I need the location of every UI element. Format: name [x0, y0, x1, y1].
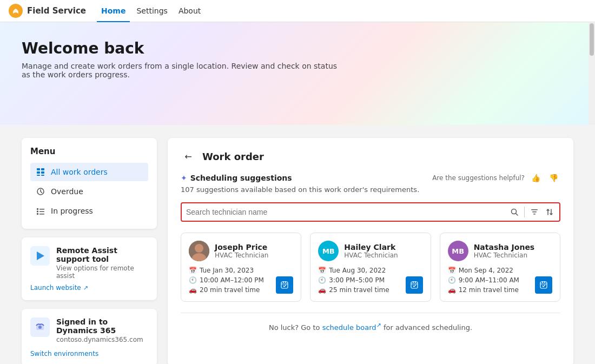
search-icons — [509, 207, 555, 217]
remote-assist-desc: View options for remote assist — [56, 264, 148, 280]
nav-links: Home Settings About — [97, 0, 205, 22]
hailey-clark-role: HVAC Technician — [344, 252, 398, 259]
dynamics-domain: contoso.dynamics365.com — [56, 336, 148, 343]
main-content: Menu All work orders — [0, 125, 595, 364]
book-hailey-clark-button[interactable] — [406, 276, 423, 294]
hailey-clark-header: MB Hailey Clark HVAC Technician — [318, 241, 422, 261]
menu-item-all-work-orders[interactable]: All work orders — [30, 163, 148, 181]
scheduling-label: ✦ Scheduling suggestions — [181, 174, 292, 182]
hero-subtitle: Manage and create work orders from a sin… — [22, 62, 346, 79]
list-icon — [36, 206, 45, 216]
panel-footer: No luck? Go to schedule board↗ for advan… — [181, 313, 560, 332]
natasha-jones-role: HVAC Technician — [474, 252, 535, 259]
svg-rect-34 — [544, 281, 545, 283]
dynamics-title: Signed in to Dynamics 365 — [56, 317, 148, 335]
search-divider — [524, 207, 525, 217]
filter-icon-button[interactable] — [529, 207, 540, 217]
top-nav: Field Service Home Settings About — [0, 0, 595, 22]
panel-header: ← Work order — [181, 149, 560, 164]
svg-rect-26 — [285, 281, 286, 283]
svg-rect-1 — [37, 168, 40, 170]
nav-settings[interactable]: Settings — [132, 0, 171, 22]
technician-card-joseph-price: Joseph Price HVAC Technician 📅 Tue Jan 3… — [181, 233, 301, 302]
svg-rect-10 — [37, 211, 38, 213]
svg-rect-33 — [542, 281, 543, 283]
grid-icon — [36, 167, 45, 177]
svg-rect-20 — [533, 214, 536, 215]
brand-label: Field Service — [27, 6, 86, 16]
svg-rect-5 — [37, 175, 40, 176]
svg-rect-3 — [37, 171, 40, 174]
svg-marker-14 — [37, 252, 44, 260]
svg-rect-6 — [41, 175, 44, 176]
panel-title: Work order — [202, 151, 264, 162]
svg-rect-9 — [39, 209, 44, 210]
joseph-price-name: Joseph Price — [215, 243, 268, 252]
hero-title: Welcome back — [22, 39, 573, 57]
app-logo-icon — [9, 4, 23, 18]
svg-rect-8 — [37, 208, 38, 210]
svg-rect-13 — [39, 214, 44, 215]
launch-website-link[interactable]: Launch website ↗ — [30, 284, 148, 292]
menu-item-overdue[interactable]: Overdue — [30, 182, 148, 201]
joseph-price-avatar — [189, 241, 209, 261]
car-icon-natasha: 🚗 — [448, 286, 455, 294]
hailey-clark-name: Hailey Clark — [344, 243, 398, 252]
scheduling-header: ✦ Scheduling suggestions Are the suggest… — [181, 173, 560, 183]
thumbdown-button[interactable]: 👎 — [547, 173, 560, 183]
scheduling-section: ✦ Scheduling suggestions Are the suggest… — [181, 173, 560, 194]
svg-point-16 — [38, 326, 42, 329]
svg-rect-12 — [37, 213, 38, 215]
dynamics-card: Signed in to Dynamics 365 contoso.dynami… — [22, 309, 157, 364]
natasha-jones-header: MB Natasha Jones HVAC Technician — [448, 241, 552, 261]
joseph-price-header: Joseph Price HVAC Technician — [189, 241, 293, 261]
schedule-board-link[interactable]: schedule board↗ — [322, 323, 384, 332]
car-icon-joseph: 🚗 — [189, 286, 196, 294]
nav-home[interactable]: Home — [97, 0, 130, 22]
work-order-panel: ← Work order ✦ Scheduling suggestions Ar… — [168, 138, 573, 364]
thumbup-button[interactable]: 👍 — [529, 173, 543, 183]
back-button[interactable]: ← — [181, 149, 196, 164]
svg-rect-28 — [411, 282, 418, 288]
book-natasha-jones-button[interactable] — [535, 276, 552, 294]
brand: Field Service — [9, 4, 86, 18]
svg-rect-25 — [283, 281, 284, 283]
dynamics-header: Signed in to Dynamics 365 contoso.dynami… — [30, 317, 148, 346]
search-icon-button[interactable] — [509, 207, 520, 217]
scheduling-count: 107 suggestions available based on this … — [181, 186, 560, 194]
technician-card-hailey-clark: MB Hailey Clark HVAC Technician 📅 Tue Au… — [310, 233, 431, 302]
scheduling-helpful: Are the suggestions helpful? 👍 👎 — [432, 173, 560, 183]
menu-item-in-progress[interactable]: In progress — [30, 202, 148, 220]
hero-section: Welcome back Manage and create work orde… — [0, 22, 595, 125]
remote-assist-icon — [30, 246, 50, 266]
clock-icon-natasha: 🕙 — [448, 276, 455, 284]
scrollbar-thumb[interactable] — [590, 23, 594, 56]
book-joseph-price-button[interactable] — [276, 276, 293, 294]
sort-icon-button[interactable] — [544, 207, 555, 217]
svg-rect-19 — [532, 211, 537, 213]
technician-cards: Joseph Price HVAC Technician 📅 Tue Jan 3… — [181, 233, 560, 302]
car-icon-hailey: 🚗 — [318, 286, 326, 294]
schedule-board-external-icon: ↗ — [376, 322, 381, 329]
spark-icon: ✦ — [181, 174, 187, 182]
scrollbar[interactable] — [589, 22, 595, 125]
clock-icon — [36, 187, 45, 196]
sidebar: Menu All work orders — [22, 138, 157, 364]
menu-title: Menu — [30, 147, 148, 156]
remote-assist-text: Remote Assist support tool View options … — [56, 246, 148, 280]
calendar-icon-hailey: 📅 — [318, 267, 326, 274]
natasha-jones-name: Natasha Jones — [474, 243, 535, 252]
svg-rect-24 — [281, 282, 288, 288]
svg-rect-11 — [39, 211, 44, 213]
calendar-icon-natasha: 📅 — [448, 267, 455, 274]
nav-about[interactable]: About — [174, 0, 205, 22]
svg-point-22 — [195, 244, 203, 253]
search-input[interactable] — [186, 208, 509, 216]
remote-assist-card: Remote Assist support tool View options … — [22, 237, 157, 300]
dynamics-text: Signed in to Dynamics 365 contoso.dynami… — [56, 317, 148, 346]
svg-rect-29 — [413, 281, 414, 283]
switch-environments-link[interactable]: Switch environments — [30, 350, 148, 358]
natasha-jones-avatar: MB — [448, 241, 468, 261]
svg-rect-4 — [41, 171, 44, 174]
technician-card-natasha-jones: MB Natasha Jones HVAC Technician 📅 Mon S… — [440, 233, 560, 302]
